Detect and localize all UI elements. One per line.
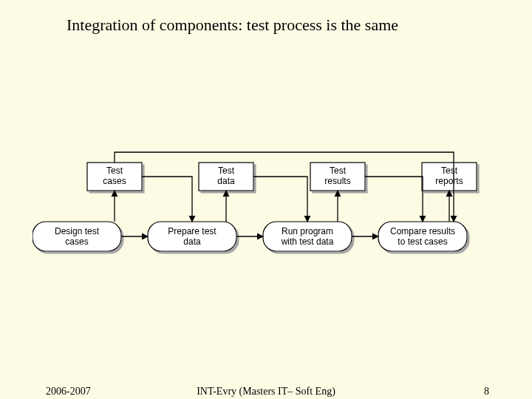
process-p0: Design testcases (33, 222, 121, 251)
test-process-diagram: TestcasesTestdataTestresultsTestreports … (33, 148, 499, 273)
process-p1: Prepare testdata (148, 222, 236, 251)
slide: Integration of components: test process … (0, 0, 532, 399)
slide-title: Integration of components: test process … (66, 15, 436, 35)
process-label: Run programwith test data (281, 226, 334, 247)
artifact-label: Testcases (103, 166, 126, 186)
artifact-a2: Testresults (310, 163, 365, 191)
artifact-a3: Testreports (422, 163, 477, 191)
footer-page-number: 8 (484, 386, 489, 398)
artifact-label: Testdata (217, 166, 235, 186)
feedback-arrow (115, 152, 454, 222)
input-arrow (253, 177, 307, 222)
input-arrow (142, 177, 192, 222)
input-arrow (365, 177, 423, 222)
process-p3: Compare resultsto test cases (378, 222, 467, 251)
artifact-a0: Testcases (87, 163, 142, 191)
process-p2: Run programwith test data (263, 222, 352, 251)
footer-source: INT-Evry (Masters IT– Soft Eng) (0, 386, 532, 398)
process-label: Compare resultsto test cases (390, 226, 455, 247)
artifact-a1: Testdata (199, 163, 253, 191)
